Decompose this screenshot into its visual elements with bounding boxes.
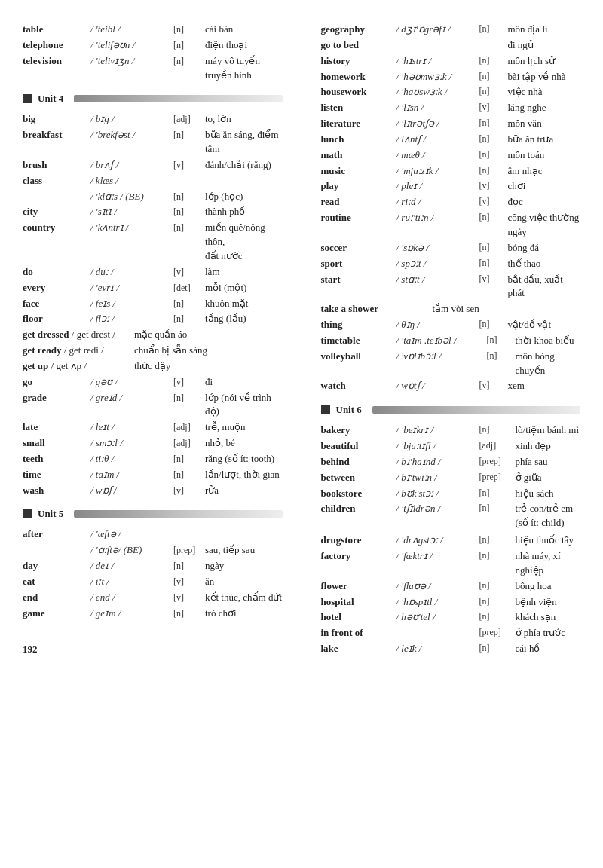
phonetic: / 'drʌgstɔː /	[396, 533, 479, 548]
list-item: game / geɪm / [n] trò chơi	[23, 607, 283, 621]
list-item: flower / 'flaʊə / [n] bông hoa	[321, 579, 581, 594]
unit6-entries: bakery / 'beɪkrɪ / [n] lò/tiệm bánh mì b…	[321, 423, 581, 656]
left-column: table / 'teibl / [n] cái bàn telephone /…	[23, 23, 283, 658]
pos: [n]	[173, 560, 205, 573]
list-item: take a shower tắm vòi sen	[321, 302, 581, 316]
unit6-label: Unit 6	[336, 404, 362, 416]
meaning: chơi	[508, 179, 581, 194]
list-item: listen / 'lɪsn / [v] láng nghe	[321, 101, 581, 115]
list-item: watch / wɒtʃ / [v] xem	[321, 379, 581, 393]
word: lunch	[321, 133, 396, 147]
word: take a shower	[321, 302, 427, 316]
table-row: television / 'telivɪʒn / [n] máy vô tuyế…	[23, 54, 283, 83]
phonetic: / riːd /	[396, 195, 479, 209]
meaning: công việc thườngngày	[508, 211, 581, 240]
meaning: bông hoa	[516, 579, 581, 594]
word: geography	[321, 23, 396, 37]
phonetic: / gəʊ /	[90, 375, 173, 390]
phonetic: / θɪŋ /	[396, 318, 479, 332]
list-item: beautiful / 'bjuːtɪfl / [adj] xinh đẹp	[321, 439, 581, 454]
pos: [v]	[479, 273, 508, 301]
word: eat	[23, 575, 90, 589]
phonetic: / klæs /	[90, 174, 173, 188]
pos: [n]	[173, 206, 205, 219]
pos: [n]	[479, 85, 508, 99]
phonetic: / 'tʃɪldrən /	[396, 502, 479, 530]
list-item: every / 'evrɪ / [det] mỗi (một)	[23, 281, 283, 295]
meaning: răng (số ít: tooth)	[205, 452, 283, 466]
list-item: get dressed / get drest / mặc quần áo	[23, 328, 283, 342]
meaning: cái hồ	[516, 642, 581, 656]
pos: [n]	[487, 334, 516, 348]
phonetic: / wɒʃ /	[90, 484, 173, 498]
pos: [n]	[173, 607, 205, 620]
phonetic: / 'lɪtrətʃə /	[396, 117, 479, 131]
word: big	[23, 112, 90, 127]
word: brush	[23, 158, 90, 173]
word: teeth	[23, 452, 90, 466]
phonetic: / 'flaʊə /	[396, 579, 479, 594]
pos: [det]	[173, 282, 205, 295]
pos: [n]	[173, 191, 205, 203]
meaning: môn văn	[508, 117, 581, 131]
phonetic: / 'ɑːftə/ (BE)	[90, 543, 173, 558]
word: literature	[321, 117, 396, 131]
pos: [n]	[479, 133, 508, 147]
pos: [n]	[479, 642, 516, 656]
meaning: nhỏ, bé	[205, 436, 283, 451]
list-item: bakery / 'beɪkrɪ / [n] lò/tiệm bánh mì	[321, 423, 581, 438]
word: in front of	[321, 626, 396, 640]
meaning: trò chơi	[205, 607, 283, 621]
list-item: lake / leɪk / [n] cái hồ	[321, 642, 581, 656]
list-item: drugstore / 'drʌgstɔː / [n] hiệu thuốc t…	[321, 533, 581, 548]
pos: [n]	[479, 70, 508, 84]
word: sport	[321, 257, 396, 271]
phonetic: / leɪt /	[90, 420, 173, 435]
list-item: thing / θɪŋ / [n] vật/đồ vật	[321, 318, 581, 332]
list-item: routine / ruː'tiːn / [n] công việc thườn…	[321, 211, 581, 240]
meaning: tắm vòi sen	[427, 302, 581, 316]
meaning: lò/tiệm bánh mì	[516, 423, 581, 438]
pos: [v]	[173, 266, 205, 279]
list-item: hospital / 'hɒspɪtl / [n] bệnh viện	[321, 595, 581, 610]
word: bakery	[321, 423, 396, 438]
meaning: đi ngủ	[508, 38, 581, 53]
phonetic: / lʌntʃ /	[396, 133, 479, 147]
pos: [n]	[173, 298, 205, 310]
phonetic: / 'evrɪ /	[90, 281, 173, 295]
phonetic: / 'kʌntrɪ /	[90, 221, 173, 235]
phonetic: / wɒtʃ /	[396, 379, 479, 393]
list-item: teeth / tiːθ / [n] răng (số ít: tooth)	[23, 452, 283, 466]
meaning: bắt đầu, xuất phát	[508, 273, 581, 301]
pos: [n]	[479, 610, 516, 625]
list-item: eat / iːt / [v] ăn	[23, 575, 283, 589]
pos: [n]	[487, 350, 516, 378]
phonetic: / 'haʊswɜːk /	[396, 85, 479, 99]
pos: [v]	[173, 484, 205, 497]
list-item: class / klæs /	[23, 174, 283, 188]
word: homework	[321, 70, 396, 84]
phonetic: / bʊk'stɔː /	[396, 487, 479, 501]
pos: [v]	[173, 591, 205, 604]
word: children	[321, 502, 396, 530]
meaning: môn bóng chuyền	[516, 350, 581, 378]
word: lake	[321, 642, 396, 656]
list-item: breakfast / 'brekfəst / [n] bữa ăn sáng,…	[23, 128, 283, 157]
meaning: môn địa lí	[508, 23, 581, 37]
phonetic: / mæθ /	[396, 148, 479, 163]
unit5-label: Unit 5	[38, 508, 63, 520]
list-item: children / 'tʃɪldrən / [n] trẻ con/trẻ e…	[321, 502, 581, 530]
phonetic: / tiːθ /	[90, 452, 173, 466]
meaning: thức dậy	[128, 359, 283, 374]
word: day	[23, 559, 90, 573]
word: beautiful	[321, 439, 396, 454]
list-item: timetable / 'taɪm .teɪbəl / [n] thời kho…	[321, 334, 581, 348]
pos: [n]	[479, 318, 508, 332]
phonetic	[396, 626, 479, 640]
word: factory	[321, 549, 396, 578]
meaning: máy vô tuyếntruyền hình	[205, 54, 283, 83]
list-item: time / taɪm / [n] lần/lượt, thời gian	[23, 468, 283, 482]
word: class	[23, 174, 90, 188]
word: grade	[23, 391, 90, 405]
word: small	[23, 436, 90, 451]
